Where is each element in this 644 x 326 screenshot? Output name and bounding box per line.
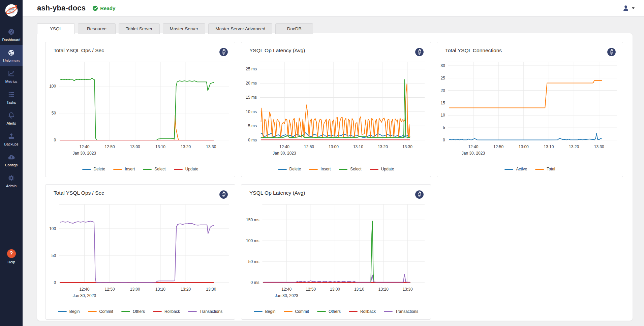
series-line-transactions <box>264 274 410 282</box>
universe-title: ash-yba-docs <box>37 4 86 12</box>
metrics-panel: Total YSQL Ops / Sec05010012:40Jan 30, 2… <box>37 33 633 321</box>
sidebar-item-tasks[interactable]: Tasks <box>0 87 23 108</box>
legend-label: Update <box>185 167 198 171</box>
chart-header: YSQL Op Latency (Avg) <box>241 185 431 199</box>
y-tick-label: 0 <box>54 138 56 142</box>
x-tick-label: 13:20 <box>378 287 389 292</box>
prometheus-icon[interactable] <box>415 190 424 199</box>
tab-docdb[interactable]: DocDB <box>275 23 313 34</box>
x-tick-label: 12:50 <box>304 144 314 149</box>
legend-item-delete[interactable]: Delete <box>82 167 105 171</box>
series-line-insert <box>261 84 410 137</box>
x-tick-label: 13:00 <box>330 287 340 292</box>
header-divider <box>613 0 613 16</box>
x-tick-label: 13:30 <box>206 287 216 292</box>
chart-title: YSQL Op Latency (Avg) <box>249 190 305 196</box>
legend-swatch <box>58 311 67 312</box>
sidebar-item-universes[interactable]: Universes <box>0 45 23 66</box>
prometheus-icon[interactable] <box>607 47 616 57</box>
legend-item-others[interactable]: Others <box>121 309 145 314</box>
y-tick-label: 15 <box>440 101 445 105</box>
legend-item-transactions[interactable]: Transactions <box>384 309 418 314</box>
sidebar-item-backups[interactable]: Backups <box>0 129 23 150</box>
legend-label: Delete <box>289 167 301 171</box>
legend-swatch <box>317 311 326 312</box>
y-tick-label: 20 <box>440 88 445 93</box>
legend-item-total[interactable]: Total <box>535 167 555 171</box>
legend-swatch <box>349 311 358 312</box>
tab-master-server-advanced[interactable]: Master Server Advanced <box>208 23 272 34</box>
x-tick-label: 13:00 <box>519 144 529 149</box>
legend-item-delete[interactable]: Delete <box>278 167 301 171</box>
sidebar-item-label: Configs <box>5 163 18 167</box>
x-tick-label: 13:10 <box>155 287 165 292</box>
legend-item-rollback[interactable]: Rollback <box>349 309 376 314</box>
legend-swatch <box>309 169 318 170</box>
legend-label: Active <box>516 167 527 171</box>
sidebar-item-dashboard[interactable]: Dashboard <box>0 24 23 45</box>
chart-card: Total YSQL Connections05101520253012:40J… <box>437 42 623 177</box>
legend-item-update[interactable]: Update <box>174 167 198 171</box>
legend-item-begin[interactable]: Begin <box>254 309 276 314</box>
legend-item-transactions[interactable]: Transactions <box>188 309 222 314</box>
legend-item-select[interactable]: Select <box>339 167 361 171</box>
prometheus-icon[interactable] <box>219 190 228 199</box>
sidebar-item-metrics[interactable]: Metrics <box>0 66 23 87</box>
status-badge: Ready <box>92 5 115 11</box>
legend-item-insert[interactable]: Insert <box>309 167 331 171</box>
legend-item-select[interactable]: Select <box>143 167 165 171</box>
legend-swatch <box>174 169 183 170</box>
y-tick-label: 25 <box>440 76 445 80</box>
tab-resource[interactable]: Resource <box>78 23 116 34</box>
legend-item-others[interactable]: Others <box>317 309 341 314</box>
prometheus-icon[interactable] <box>219 47 228 57</box>
sidebar-item-configs[interactable]: Configs <box>0 150 23 170</box>
user-menu[interactable] <box>619 4 638 12</box>
legend-item-commit[interactable]: Commit <box>284 309 309 314</box>
y-tick-label: 10 ms <box>246 109 257 114</box>
legend-label: Rollback <box>360 309 376 314</box>
y-tick-label: 100 ms <box>246 238 259 243</box>
legend-item-begin[interactable]: Begin <box>58 309 80 314</box>
legend-label: Insert <box>125 167 135 171</box>
legend-label: Total <box>547 167 555 171</box>
x-tick-label: 13:10 <box>353 144 363 149</box>
tab-ysql[interactable]: YSQL <box>37 23 75 34</box>
x-tick-label: 12:40 <box>281 287 292 292</box>
tab-tablet-server[interactable]: Tablet Server <box>119 23 160 34</box>
legend-label: Begin <box>69 309 80 314</box>
y-tick-label: 25 ms <box>246 67 257 71</box>
legend-item-insert[interactable]: Insert <box>113 167 135 171</box>
chart-legend: BeginCommitOthersRollbackTransactions <box>241 309 431 319</box>
help-icon: ? <box>7 249 16 258</box>
backups-upload-icon <box>7 132 15 140</box>
prometheus-icon[interactable] <box>415 47 424 57</box>
legend-item-update[interactable]: Update <box>370 167 394 171</box>
sidebar-item-alerts[interactable]: Alerts <box>0 108 23 129</box>
tasks-list-icon <box>7 91 15 98</box>
tab-master-server[interactable]: Master Server <box>163 23 206 34</box>
y-tick-label: 15 ms <box>246 95 257 100</box>
y-tick-label: 0 <box>443 138 445 142</box>
x-tick-label: 12:50 <box>306 287 316 292</box>
sidebar-item-help[interactable]: ? Help <box>0 249 23 264</box>
check-circle-icon <box>92 5 98 11</box>
yugabyte-logo[interactable] <box>4 3 19 19</box>
header: ash-yba-docs Ready <box>23 0 644 17</box>
series-line-total <box>450 80 602 108</box>
sidebar-item-admin[interactable]: Admin <box>0 170 23 191</box>
legend-item-rollback[interactable]: Rollback <box>153 309 180 314</box>
app-root: DashboardUniversesMetricsTasksAlertsBack… <box>0 0 644 326</box>
legend-item-commit[interactable]: Commit <box>88 309 113 314</box>
status-text: Ready <box>100 5 115 11</box>
legend-item-active[interactable]: Active <box>504 167 527 171</box>
x-tick-label: 13:30 <box>402 144 412 149</box>
x-tick-label: 13:10 <box>544 144 554 149</box>
chart-plot: 05010012:40Jan 30, 202312:5013:0013:1013… <box>45 200 234 301</box>
legend-label: Others <box>329 309 341 314</box>
x-axis-date-label: Jan 30, 2023 <box>462 151 485 156</box>
x-tick-label: 13:00 <box>130 144 140 149</box>
legend-label: Rollback <box>164 309 180 314</box>
legend-swatch <box>113 169 122 170</box>
x-tick-label: 13:20 <box>378 144 388 149</box>
